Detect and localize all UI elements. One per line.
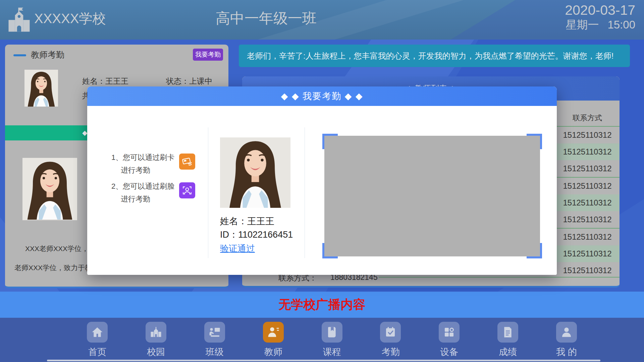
greeting-banner: 老师们，辛苦了:人生旅程上，您丰富我的心灵，开发我的智力，为我点燃了希望的光芒。…: [239, 45, 630, 67]
corner-bracket: [527, 134, 542, 149]
contact-column-rows: 1512511031215125110312151251103121512511…: [555, 127, 620, 279]
table-row: 15125110312: [555, 127, 620, 143]
instruction-step: 1、您可以通过刷卡 进行考勤: [111, 153, 195, 175]
nav-item-score[interactable]: 成绩: [494, 322, 522, 358]
nav-label: 成绩: [499, 346, 517, 358]
nav-item-attendance[interactable]: 考勤: [377, 322, 404, 358]
table-row: 15125110312: [555, 245, 620, 262]
modal-teacher-name: 姓名：王王王: [220, 215, 274, 227]
time-text: 15:00: [607, 18, 635, 31]
attendance-icon: [380, 322, 401, 343]
broadcast-message: 无学校广播内容: [279, 296, 366, 313]
column-header: 联系方式: [555, 110, 620, 126]
corner-bracket: [322, 134, 338, 149]
nav-item-class[interactable]: 班级: [201, 322, 228, 358]
face-scan-icon: [179, 182, 195, 198]
table-row: 15125110312: [555, 194, 620, 211]
nav-label: 课程: [323, 346, 341, 358]
campus-icon: [146, 322, 166, 343]
instruction-line: 2、您可以通过刷脸: [111, 181, 174, 191]
panel-title: 教师考勤: [31, 49, 64, 60]
weekday-time: 星期一15:00: [565, 18, 635, 32]
profile-icon: [556, 322, 577, 343]
weekday-text: 星期一: [566, 18, 599, 31]
attend-modal: ◆ ◆ 我要考勤 ◆ ◆ 1、您可以通过刷卡 进行考勤: [87, 86, 557, 275]
modal-divider: [208, 127, 208, 258]
score-icon: [497, 322, 518, 343]
modal-title: ◆ ◆ 我要考勤 ◆ ◆: [87, 86, 557, 106]
teacher-bio-line1: XXX老师XXX学位，致: [25, 244, 96, 253]
title-dash: [13, 54, 26, 56]
date-text: 2020-03-17: [565, 2, 635, 18]
nav-item-campus[interactable]: 校园: [142, 322, 170, 358]
table-row: 15125110312: [555, 178, 620, 194]
table-row: 15125110312: [555, 211, 620, 228]
nav-label: 班级: [206, 346, 224, 358]
contact-column: 联系方式 15125110312151251103121512511031215…: [555, 110, 620, 279]
school-logo-icon: [7, 5, 31, 32]
nav-label: 设备: [440, 346, 458, 358]
verified-teacher-photo: [220, 137, 290, 208]
class-board-screen: XXXXX学校 高中一年级一班 2020-03-17 星期一15:00 教师考勤…: [0, 0, 644, 362]
nav-item-device[interactable]: 设备: [435, 322, 463, 358]
modal-divider: [305, 127, 305, 258]
attendance-instructions: 1、您可以通过刷卡 进行考勤 2、您可以通过刷脸 进行考勤: [111, 153, 195, 210]
nav-item-teacher[interactable]: 教师: [260, 322, 287, 358]
card-swipe-icon: [179, 154, 195, 170]
verify-result-link[interactable]: 验证通过: [220, 243, 255, 254]
bottom-nav-bar: 首页 校园 班级 教师: [0, 318, 644, 362]
table-row: 15125110312: [555, 229, 620, 245]
modal-teacher-id: ID：11022166451: [220, 229, 293, 241]
corner-bracket: [322, 243, 338, 258]
broadcast-band: 无学校广播内容: [0, 292, 644, 318]
nav-label: 首页: [88, 346, 106, 358]
table-row: 15125110312: [555, 262, 620, 279]
teacher-icon: [263, 322, 284, 343]
table-row: 15125110312: [555, 143, 620, 160]
instruction-line: 进行考勤: [121, 194, 174, 204]
nav-label: 我 的: [556, 346, 577, 358]
home-icon: [87, 322, 108, 343]
table-separator: [379, 277, 620, 278]
teacher-bio-line2: 老师XXX学位，致力于教育: [14, 263, 99, 273]
teacher-photo-large: [22, 158, 77, 220]
attend-button[interactable]: 我要考勤: [193, 49, 223, 61]
course-icon: [322, 322, 342, 343]
teacher-photo: [24, 70, 58, 107]
diamond-marker: ◆: [82, 125, 87, 140]
teacher-status: 状态：上课中: [166, 76, 212, 86]
teacher-name: 姓名：王王王: [82, 76, 128, 86]
nav-item-course[interactable]: 课程: [318, 322, 346, 358]
class-title: 高中一年级一班: [216, 9, 317, 28]
nav-label: 考勤: [381, 346, 399, 358]
instruction-step: 2、您可以通过刷脸 进行考勤: [111, 181, 195, 204]
school-name: XXXXX学校: [34, 9, 106, 28]
nav-item-profile[interactable]: 我 的: [553, 322, 580, 358]
instruction-line: 进行考勤: [121, 165, 174, 175]
header-bar: XXXXX学校 高中一年级一班 2020-03-17 星期一15:00: [0, 0, 644, 40]
class-icon: [204, 322, 225, 343]
nav-label: 校园: [147, 346, 165, 358]
datetime-display: 2020-03-17 星期一15:00: [565, 2, 635, 32]
camera-preview-area: [324, 136, 540, 256]
table-row: 15125110312: [555, 160, 620, 177]
device-icon: [439, 322, 460, 343]
instruction-line: 1、您可以通过刷卡: [111, 153, 174, 163]
nav-label: 教师: [264, 346, 282, 358]
nav-item-home[interactable]: 首页: [84, 322, 111, 358]
bottom-scroll-strip: [47, 360, 600, 361]
corner-bracket: [527, 243, 542, 258]
